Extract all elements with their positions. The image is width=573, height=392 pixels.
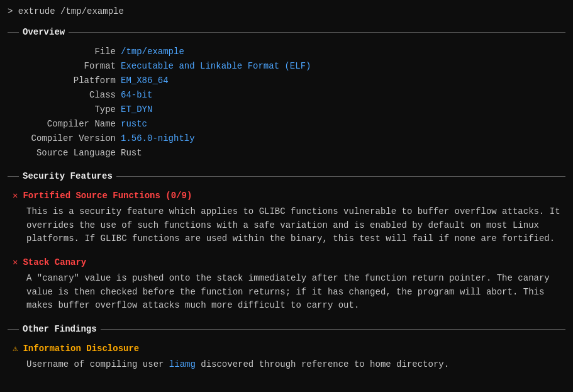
finding-title-fortified: Fortified Source Functions (0/9): [23, 189, 192, 203]
label-platform: Platform: [20, 74, 121, 87]
finding-title-stack: Stack Canary: [23, 256, 86, 269]
value-type: ET_DYN: [121, 103, 152, 116]
overview-title: Overview: [23, 26, 65, 39]
value-compiler-version: 1.56.0-nightly: [121, 132, 195, 145]
finding-stack-header: ✕ Stack Canary: [13, 256, 565, 269]
label-compiler-name: Compiler Name: [20, 118, 121, 131]
prompt-line: > extrude /tmp/example: [8, 5, 565, 18]
fail-icon-fortified: ✕: [13, 189, 18, 203]
other-header-line-right: [101, 329, 565, 330]
label-class: Class: [20, 89, 121, 102]
info-row-source-language: Source Language Rust: [20, 147, 565, 160]
warn-icon-info: ⚠: [13, 342, 18, 356]
label-type: Type: [20, 103, 121, 116]
info-row-class: Class 64-bit: [20, 89, 565, 102]
label-file: File: [20, 45, 121, 59]
finding-fortified-header: ✕ Fortified Source Functions (0/9): [13, 189, 565, 203]
label-source-language: Source Language: [20, 147, 121, 160]
security-header-line-left: [8, 176, 19, 177]
finding-desc-stack: A "canary" value is pushed onto the stac…: [13, 272, 565, 313]
info-row-file: File /tmp/example: [20, 45, 565, 59]
label-format: Format: [20, 60, 121, 73]
other-header-line-left: [8, 329, 19, 330]
finding-desc-fortified: This is a security feature which applies…: [13, 205, 565, 246]
highlight-username: liamg: [169, 359, 196, 369]
security-header-line-right: [116, 176, 565, 177]
finding-fortified-source: ✕ Fortified Source Functions (0/9) This …: [8, 189, 565, 246]
value-file: /tmp/example: [121, 45, 184, 59]
prompt-command: extrude /tmp/example: [18, 6, 124, 16]
overview-table: File /tmp/example Format Executable and …: [8, 45, 565, 160]
header-line-right: [69, 32, 565, 33]
info-row-type: Type ET_DYN: [20, 103, 565, 116]
overview-section: Overview File /tmp/example Format Execut…: [8, 26, 565, 160]
fail-icon-stack: ✕: [13, 256, 18, 269]
info-row-platform: Platform EM_X86_64: [20, 74, 565, 87]
finding-info-disclosure: ⚠ Information Disclosure Username of com…: [8, 342, 565, 372]
header-line-left: [8, 32, 19, 33]
other-findings-section: Other Findings ⚠ Information Disclosure …: [8, 323, 565, 372]
info-row-format: Format Executable and Linkable Format (E…: [20, 60, 565, 73]
info-row-compiler-version: Compiler Version 1.56.0-nightly: [20, 132, 565, 145]
other-header: Other Findings: [8, 323, 565, 336]
overview-header: Overview: [8, 26, 565, 39]
finding-title-info: Information Disclosure: [23, 342, 139, 356]
finding-desc-info: Username of compiling user liamg discove…: [13, 358, 565, 372]
finding-stack-canary: ✕ Stack Canary A "canary" value is pushe…: [8, 256, 565, 313]
other-title: Other Findings: [23, 323, 97, 336]
value-source-language: Rust: [121, 147, 142, 160]
value-format: Executable and Linkable Format (ELF): [121, 60, 311, 73]
value-platform: EM_X86_64: [121, 74, 169, 87]
finding-info-header: ⚠ Information Disclosure: [13, 342, 565, 356]
info-row-compiler-name: Compiler Name rustc: [20, 118, 565, 131]
security-title: Security Features: [23, 170, 113, 183]
security-features-section: Security Features ✕ Fortified Source Fun…: [8, 170, 565, 313]
value-compiler-name: rustc: [121, 118, 147, 131]
label-compiler-version: Compiler Version: [20, 132, 121, 145]
value-class: 64-bit: [121, 89, 152, 102]
security-header: Security Features: [8, 170, 565, 183]
prompt-caret: >: [8, 6, 13, 16]
